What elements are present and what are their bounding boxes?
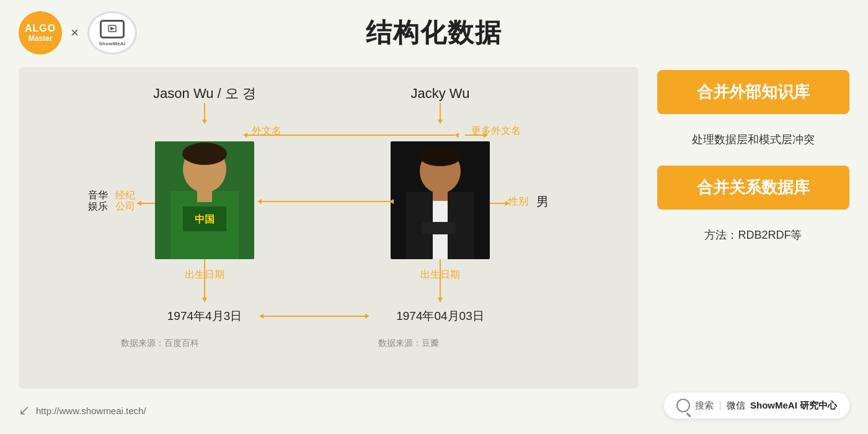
algo-master-logo: ALGO Master (19, 11, 62, 55)
diagram-svg: Jason Wu / 오 경 Jacky Wu 外文名 更多外文名 (37, 79, 620, 377)
svg-marker-46 (202, 298, 207, 303)
search-icon (676, 399, 690, 412)
x-separator: × (71, 25, 79, 41)
master-text: Master (29, 34, 53, 43)
showme-text: ShowMeAI (99, 41, 125, 46)
svg-text:外文名: 外文名 (252, 125, 281, 136)
svg-text:中国: 中国 (195, 214, 215, 224)
svg-text:经纪: 经纪 (115, 190, 135, 200)
panel-merge-rdb: 合并关系数据库 (657, 166, 849, 210)
svg-text:1974年4月3日: 1974年4月3日 (167, 309, 242, 322)
panel-merge-rdb-desc: 方法：RDB2RDF等 (657, 222, 849, 249)
svg-rect-27 (422, 222, 456, 234)
header: ALGO Master × ShowMeAI 结构化数据 (0, 0, 868, 61)
algo-text: ALGO (25, 22, 56, 34)
panel-merge-external-desc: 处理数据层和模式层冲突 (657, 126, 849, 153)
cursor-icon: ↙ (19, 402, 30, 418)
footer-url: ↙ http://www.showmeai.tech/ (19, 402, 146, 418)
svg-text:音华: 音华 (88, 190, 108, 200)
panel-merge-external-title: 合并外部知识库 (670, 81, 837, 103)
svg-point-23 (419, 146, 461, 166)
svg-text:出生日期: 出生日期 (420, 269, 460, 280)
person2-name: Jacky Wu (411, 86, 470, 101)
svg-marker-12 (454, 133, 459, 138)
diagram-box: Jason Wu / 오 경 Jacky Wu 外文名 更多外文名 (19, 67, 639, 389)
svg-text:男: 男 (536, 195, 549, 208)
main-content: Jason Wu / 오 경 Jacky Wu 外文名 更多外文名 (0, 67, 868, 389)
page-title: 结构化数据 (366, 16, 502, 50)
svg-marker-50 (438, 298, 443, 303)
svg-marker-1 (110, 27, 115, 30)
search-platform: 微信 (727, 400, 745, 410)
search-brand: 微信 ShowMeAI 研究中心 (727, 400, 837, 412)
search-bar[interactable]: 搜索 | 微信 ShowMeAI 研究中心 (664, 392, 849, 418)
svg-marker-7 (243, 133, 247, 138)
showme-tv-icon (107, 24, 117, 34)
svg-point-16 (182, 143, 227, 165)
svg-marker-35 (136, 201, 141, 206)
svg-text:性别: 性别 (508, 196, 528, 206)
showme-logo: ShowMeAI (87, 11, 137, 55)
right-panels: 合并外部知识库 处理数据层和模式层冲突 合并关系数据库 方法：RDB2RDF等 (657, 67, 849, 389)
svg-text:公司: 公司 (115, 201, 135, 211)
svg-text:更多外文名: 更多外文名 (471, 125, 521, 136)
svg-marker-55 (365, 314, 370, 319)
website-url: http://www.showmeai.tech/ (36, 405, 146, 416)
panel-merge-external: 合并外部知识库 (657, 70, 849, 114)
svg-text:数据来源：百度百科: 数据来源：百度百科 (121, 338, 199, 348)
person1-name: Jason Wu / 오 경 (153, 86, 256, 101)
svg-marker-5 (438, 120, 443, 124)
svg-text:1974年04月03日: 1974年04月03日 (396, 309, 484, 322)
search-brand-name: ShowMeAI 研究中心 (750, 400, 837, 410)
logo-area: ALGO Master × ShowMeAI (19, 11, 137, 55)
svg-text:出生日期: 出生日期 (185, 269, 224, 280)
svg-rect-28 (433, 190, 448, 201)
svg-marker-3 (202, 120, 207, 124)
panel-merge-rdb-title: 合并关系数据库 (670, 177, 837, 198)
search-divider: | (719, 400, 721, 411)
search-label: 搜索 (695, 400, 714, 412)
svg-text:数据来源：豆瓣: 数据来源：豆瓣 (378, 338, 439, 348)
svg-rect-20 (197, 190, 212, 202)
svg-text:娱乐: 娱乐 (88, 201, 108, 211)
